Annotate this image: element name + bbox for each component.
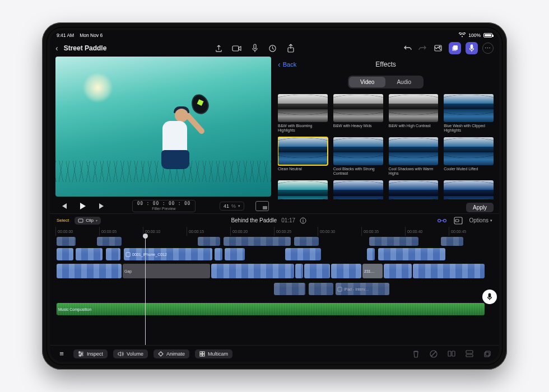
options-button[interactable]: Options ▾ (469, 217, 492, 223)
info-icon[interactable] (300, 217, 306, 224)
timeline-tracks[interactable]: 0001_iPhone_C012 Gap 231… (55, 236, 494, 345)
effect-item[interactable]: Clean Neutral (278, 137, 328, 176)
connected-clip[interactable] (57, 237, 76, 246)
connected-clip[interactable] (57, 248, 73, 260)
effect-item[interactable]: Blue Wash with Clipped Highlights (444, 94, 494, 133)
timeline[interactable]: 00:00:0000:00:0500:00:1000:00:1500:00:20… (50, 227, 499, 345)
primary-clip[interactable] (295, 264, 303, 278)
effect-item[interactable]: B&W with High Contrast (389, 94, 439, 133)
select-tool[interactable]: Select (57, 218, 69, 223)
effect-thumbnail[interactable] (278, 137, 328, 165)
title-clip[interactable]: 231… (362, 264, 383, 278)
camera-icon[interactable] (232, 43, 242, 53)
effect-item[interactable]: B&W with Blooming Highlights (278, 94, 328, 133)
connected-clip[interactable] (274, 283, 305, 295)
more-icon[interactable]: ⋯ (482, 43, 494, 54)
primary-clip[interactable] (57, 264, 122, 278)
tab-video[interactable]: Video (349, 77, 385, 87)
effect-item[interactable]: Cooler Muted Lifted (444, 137, 494, 176)
marker-icon[interactable] (268, 43, 278, 53)
connected-clip[interactable] (369, 237, 418, 246)
effect-thumbnail[interactable] (444, 137, 494, 165)
record-voiceover-icon[interactable] (482, 290, 497, 304)
connected-clip-interview[interactable]: iPad - Interv… (336, 283, 389, 295)
connected-clip[interactable] (294, 237, 319, 246)
multicam-label: Multicam (208, 351, 228, 357)
play-icon[interactable] (77, 200, 89, 212)
effect-item[interactable]: Deep Mids with Cooler Shadows (333, 180, 383, 199)
split-icon[interactable] (445, 348, 458, 360)
connected-clip[interactable] (97, 237, 122, 246)
duplicate-icon[interactable] (481, 348, 494, 360)
effect-thumbnail[interactable] (389, 180, 439, 199)
effect-thumbnail[interactable] (333, 94, 383, 122)
connected-clip[interactable] (106, 248, 120, 260)
preview-video[interactable] (55, 57, 271, 197)
animate-button[interactable]: Animate (153, 349, 189, 358)
primary-clip[interactable] (384, 264, 412, 278)
project-title[interactable]: Street Paddle (64, 44, 107, 52)
effect-item[interactable]: Deep Mids with High Saturation (444, 180, 494, 199)
menu-icon[interactable]: ≡ (55, 348, 68, 360)
effect-item[interactable]: Cool Shadows with Warm Highs (389, 137, 439, 176)
voiceover-icon[interactable] (466, 42, 478, 54)
primary-clip[interactable] (304, 264, 330, 278)
connected-clip[interactable] (225, 248, 245, 260)
undo-icon[interactable] (403, 43, 413, 53)
effects-type-segmented[interactable]: Video Audio (348, 76, 424, 88)
gap-clip[interactable]: Gap (123, 264, 210, 278)
back-chevron-icon[interactable]: ‹ (55, 44, 58, 53)
connected-clip[interactable] (76, 248, 103, 260)
disable-icon[interactable] (427, 348, 440, 360)
apply-button[interactable]: Apply (466, 203, 494, 212)
effect-thumbnail[interactable] (278, 180, 328, 199)
audio-clip-music[interactable]: Music Composition (57, 303, 485, 315)
timeline-ruler[interactable]: 00:00:0000:00:0500:00:1000:00:1500:00:20… (55, 227, 494, 236)
share-icon[interactable] (286, 43, 296, 53)
detach-icon[interactable] (463, 348, 476, 360)
clip-mode-label[interactable]: Clip (86, 218, 94, 223)
prev-frame-icon[interactable] (58, 200, 70, 212)
playhead[interactable] (145, 236, 146, 345)
primary-clip[interactable] (211, 264, 294, 278)
trash-icon[interactable] (410, 348, 422, 360)
project-name[interactable]: Behind the Paddle (231, 217, 277, 223)
connected-clip[interactable] (198, 237, 220, 246)
connected-clip[interactable] (224, 237, 291, 246)
effect-item[interactable]: B&W with Heavy Mids (333, 94, 383, 133)
connected-clip[interactable] (367, 248, 375, 260)
zoom-control[interactable]: 41 % ▾ (220, 202, 244, 211)
connected-clip[interactable] (378, 248, 445, 260)
connected-clip[interactable] (285, 248, 321, 260)
mic-icon[interactable] (250, 43, 260, 53)
connected-clip-named[interactable]: 0001_iPhone_C012 (124, 248, 212, 260)
effect-thumbnail[interactable] (278, 94, 328, 122)
view-layout-icon[interactable] (255, 201, 269, 211)
effect-item[interactable]: Deep Mids with High Contrast (389, 180, 439, 199)
layers-icon[interactable] (449, 42, 461, 54)
effects-back-button[interactable]: ‹ Back (278, 60, 296, 69)
effect-thumbnail[interactable] (389, 94, 439, 122)
timecode-display[interactable]: 00 : 00 : 00 : 00 Filter Preview (132, 200, 196, 212)
effect-thumbnail[interactable] (333, 180, 383, 199)
next-frame-icon[interactable] (96, 200, 108, 212)
primary-clip[interactable] (331, 264, 361, 278)
connected-clip[interactable] (215, 248, 222, 260)
primary-clip[interactable] (413, 264, 485, 278)
effect-item[interactable]: Cyan Blacks with Warm Highlights (278, 180, 328, 199)
effect-thumbnail[interactable] (333, 137, 383, 165)
media-browser-icon[interactable] (432, 42, 444, 54)
inspect-button[interactable]: Inspect (73, 349, 108, 358)
index-icon[interactable] (454, 217, 463, 225)
multicam-button[interactable]: Multicam (195, 349, 232, 358)
magnetic-icon[interactable] (437, 217, 447, 224)
volume-button[interactable]: Volume (113, 349, 148, 358)
connected-clip[interactable] (441, 237, 463, 246)
connected-clip[interactable] (309, 283, 333, 295)
effect-thumbnail[interactable] (444, 94, 494, 122)
tab-audio[interactable]: Audio (385, 77, 422, 87)
effect-thumbnail[interactable] (389, 137, 439, 165)
import-icon[interactable] (214, 43, 224, 53)
effect-item[interactable]: Cool Blacks with Strong Contrast (333, 137, 383, 176)
effect-thumbnail[interactable] (444, 180, 494, 199)
